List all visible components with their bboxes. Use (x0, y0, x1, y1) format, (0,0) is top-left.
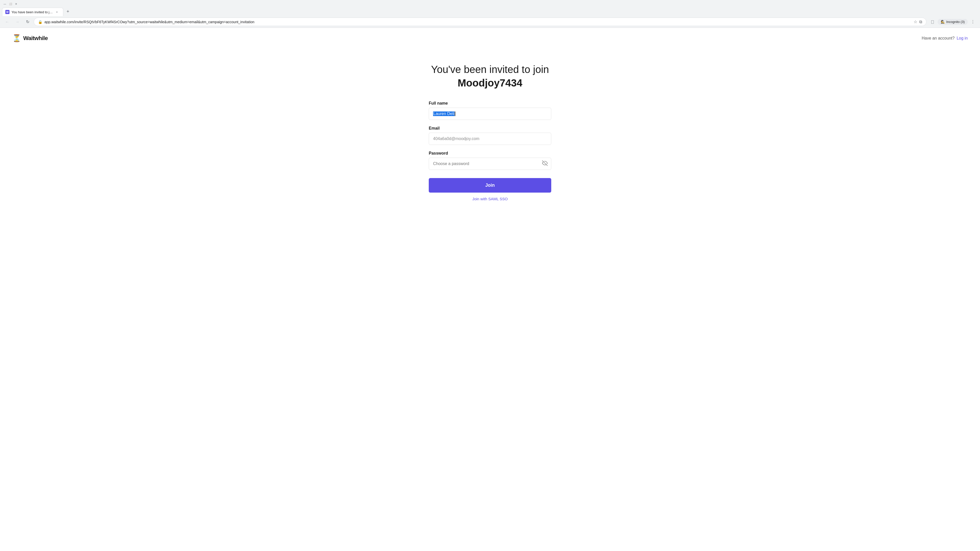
security-lock-icon: 🔒 (38, 20, 42, 24)
window-minimize-button[interactable]: — (3, 2, 6, 6)
window-maximize-button[interactable]: ⬜ (9, 2, 12, 6)
main-content: You've been invited to join Moodjoy7434 … (0, 48, 980, 211)
login-link[interactable]: Log in (956, 36, 968, 41)
toolbar-right: ⎕ 🕵 Incognito (3) ⋮ (928, 18, 977, 26)
logo: ⏳ Waitwhile (12, 34, 48, 42)
tab-favicon: W (5, 10, 10, 14)
full-name-input-display[interactable]: Lauren Deli (429, 108, 551, 120)
forward-button[interactable]: → (13, 18, 21, 26)
url-text: app.waitwhile.com/invite/RSQtVbF6TyKWf4S… (45, 20, 912, 24)
have-account-text: Have an account? (921, 36, 955, 41)
full-name-group: Full name Lauren Deli (429, 101, 551, 120)
back-icon: ← (5, 20, 9, 24)
password-group: Password (429, 151, 551, 170)
title-bar: — ⬜ ✕ (0, 0, 980, 8)
browser-toolbar: ← → ↻ 🔒 app.waitwhile.com/invite/RSQtVbF… (0, 16, 980, 27)
sidebar-button[interactable]: ⎕ (928, 18, 937, 26)
form-container: Full name Lauren Deli Email Password (429, 101, 551, 201)
tab-title: You have been invited to join a (11, 10, 53, 14)
email-label: Email (429, 126, 551, 130)
password-input-wrapper (429, 158, 551, 170)
full-name-label: Full name (429, 101, 551, 106)
incognito-badge[interactable]: 🕵 Incognito (3) (938, 19, 968, 25)
join-button[interactable]: Join (429, 178, 551, 192)
page-heading-line1: You've been invited to join (431, 64, 549, 75)
forward-icon: → (15, 20, 19, 24)
password-input[interactable] (429, 158, 551, 170)
refresh-icon: ↻ (26, 19, 29, 24)
app-header: ⏳ Waitwhile Have an account? Log in (0, 28, 980, 48)
refresh-button[interactable]: ↻ (24, 18, 32, 26)
saml-sso-link[interactable]: Join with SAML SSO (429, 197, 551, 201)
window-controls: — ⬜ ✕ (3, 2, 18, 6)
password-label: Password (429, 151, 551, 156)
page-content: ⏳ Waitwhile Have an account? Log in You'… (0, 28, 980, 548)
browser-chrome: — ⬜ ✕ W You have been invited to join a … (0, 0, 980, 28)
bookmark-icon[interactable]: ☆ (914, 19, 917, 24)
address-bar[interactable]: 🔒 app.waitwhile.com/invite/RSQtVbF6TyKWf… (34, 17, 926, 26)
tab-bar: W You have been invited to join a × + (0, 8, 980, 16)
active-tab[interactable]: W You have been invited to join a × (2, 8, 63, 16)
email-group: Email (429, 126, 551, 145)
window-close-button[interactable]: ✕ (14, 2, 18, 6)
header-right: Have an account? Log in (921, 36, 968, 41)
email-input[interactable] (429, 133, 551, 145)
text-cursor (455, 111, 455, 116)
extensions-icon[interactable]: ⧉ (919, 20, 922, 24)
back-button[interactable]: ← (3, 18, 11, 26)
menu-button[interactable]: ⋮ (969, 18, 977, 26)
password-visibility-toggle-icon[interactable] (542, 160, 548, 167)
logo-text: Waitwhile (23, 35, 48, 41)
incognito-icon: 🕵 (941, 20, 945, 24)
selected-name-text: Lauren Deli (433, 111, 455, 116)
incognito-label: Incognito (3) (946, 20, 965, 24)
logo-icon: ⏳ (12, 34, 21, 42)
tab-close-button[interactable]: × (55, 10, 59, 14)
org-name: Moodjoy7434 (458, 77, 522, 89)
new-tab-button[interactable]: + (64, 8, 72, 15)
